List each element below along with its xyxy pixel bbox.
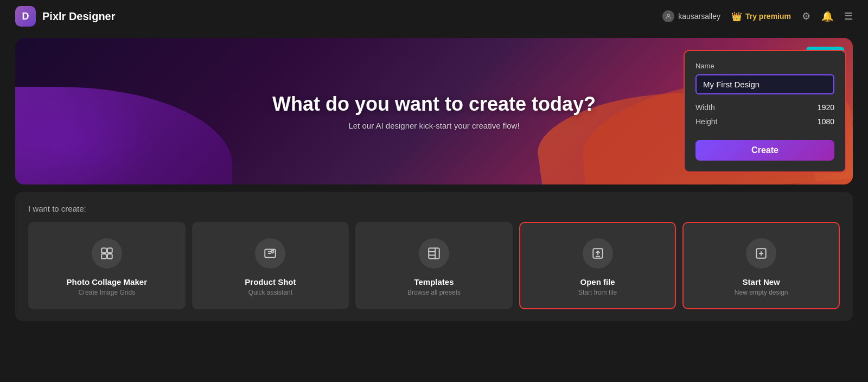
username: kausarsalley [678,12,720,21]
card-photo-collage-title: Photo Collage Maker [67,277,147,286]
premium-label: Try premium [745,12,791,21]
upload-icon-wrap [583,238,613,269]
name-label: Name [695,62,834,70]
card-start-new-title: Start New [743,277,780,286]
header-left: D Pixlr Designer [15,6,116,27]
templates-icon-wrap [419,238,449,269]
product-icon [263,246,277,260]
svg-point-6 [272,251,274,253]
user-menu[interactable]: kausarsalley [662,10,720,22]
header: D Pixlr Designer kausarsalley 👑 Try prem… [0,0,868,33]
collage-icon [100,246,114,260]
svg-rect-1 [101,248,106,253]
card-templates-title: Templates [414,277,454,286]
header-right: kausarsalley 👑 Try premium ⚙ 🔔 ☰ [662,10,853,22]
card-templates[interactable]: Templates Browse all presets [355,222,513,309]
card-templates-sub: Browse all presets [407,289,461,296]
crown-icon: 👑 [731,11,742,22]
card-start-new[interactable]: Start New New empty design [682,222,840,309]
design-name-input[interactable] [695,74,834,94]
card-product-shot[interactable]: Product Shot Quick assistant [192,222,349,309]
menu-icon[interactable]: ☰ [844,10,853,22]
notification-icon[interactable]: 🔔 [821,10,833,22]
hero-content: What do you want to create today? Let ou… [272,93,596,130]
card-open-file-sub: Start from file [578,289,617,296]
width-label: Width [695,103,715,112]
premium-button[interactable]: 👑 Try premium [731,11,791,22]
height-value: 1080 [818,117,834,126]
cards-row: Photo Collage Maker Create Image Grids P… [28,222,840,309]
card-photo-collage-sub: Create Image Grids [78,289,135,296]
card-open-file-title: Open file [580,277,615,286]
logo-icon: D [15,6,36,27]
hero-wrapper: BETA What do you want to create today? L… [0,38,868,184]
app-name: Pixlr Designer [42,10,116,23]
width-row: Width 1920 [695,103,834,112]
svg-rect-7 [429,248,439,259]
bottom-section: I want to create: Photo Collage Maker Cr… [15,192,853,321]
settings-icon[interactable]: ⚙ [802,10,810,22]
plus-icon [754,246,768,260]
width-value: 1920 [818,103,834,112]
card-photo-collage[interactable]: Photo Collage Maker Create Image Grids [28,222,186,309]
height-label: Height [695,117,717,126]
collage-icon-wrap [92,238,122,269]
height-row: Height 1080 [695,117,834,126]
card-product-sub: Quick assistant [248,289,292,296]
card-product-title: Product Shot [245,277,296,286]
hero-title: What do you want to create today? [272,93,596,116]
product-icon-wrap [255,238,285,269]
svg-rect-4 [107,254,112,259]
hero-subtitle: Let our AI designer kick-start your crea… [272,121,596,130]
svg-rect-3 [101,254,106,259]
user-avatar-icon [662,10,674,22]
svg-point-0 [667,14,669,16]
hero-wave1 [15,87,232,184]
new-design-panel: Name Width 1920 Height 1080 Create [684,50,846,173]
plus-icon-wrap [746,238,776,269]
svg-rect-2 [107,248,112,253]
templates-icon [427,246,441,260]
card-start-new-sub: New empty design [735,289,788,296]
create-button[interactable]: Create [695,140,834,161]
section-label: I want to create: [28,204,840,213]
upload-icon [591,246,605,260]
card-open-file[interactable]: Open file Start from file [519,222,676,309]
